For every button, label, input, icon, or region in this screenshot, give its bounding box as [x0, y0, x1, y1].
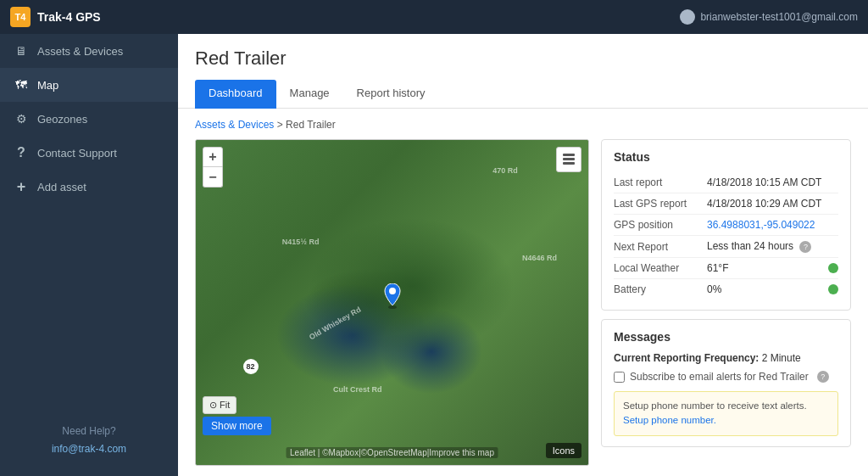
svg-point-1	[389, 288, 396, 294]
layers-icon	[561, 152, 576, 167]
content-body: Assets & Devices > Red Trailer 470 Rd N4…	[178, 109, 868, 476]
battery-label: Battery	[614, 283, 707, 295]
road-82-marker: 82	[243, 359, 259, 374]
app-logo: T4 Trak-4 GPS	[10, 7, 101, 27]
page-title: Red Trailer	[195, 48, 851, 70]
status-card: Status Last report 4/18/2018 10:15 AM CD…	[601, 139, 851, 311]
user-email: brianwebster-test1001@gmail.com	[700, 11, 858, 23]
sidebar-item-map-label: Map	[37, 79, 58, 92]
breadcrumb-separator: >	[277, 119, 286, 131]
help-email-link[interactable]: info@trak-4.com	[52, 443, 126, 455]
breadcrumb: Assets & Devices > Red Trailer	[195, 119, 851, 131]
last-report-value: 4/18/2018 10:15 AM CDT	[707, 176, 838, 188]
two-col-layout: 470 Rd N415½ Rd Old Whiskey Rd Cult Cres…	[195, 139, 851, 466]
svg-rect-2	[563, 154, 575, 156]
sidebar-item-support-label: Contact Support	[37, 147, 117, 160]
gps-position-value[interactable]: 36.4988031,-95.049022	[707, 219, 838, 231]
tab-dashboard[interactable]: Dashboard	[195, 80, 276, 109]
sidebar-item-assets[interactable]: 🖥 Assets & Devices	[0, 34, 178, 68]
subscribe-label: Subscribe to email alerts for Red Traile…	[630, 371, 809, 383]
status-row-gps-position: GPS position 36.4988031,-95.049022	[614, 215, 838, 236]
assets-icon: 🖥	[14, 43, 29, 59]
road-label-470: 470 Rd	[492, 166, 518, 175]
road-label-main: N415½ Rd	[282, 238, 320, 246]
breadcrumb-link[interactable]: Assets & Devices	[195, 119, 274, 131]
reporting-freq-value: 2 Minute	[762, 352, 801, 364]
sidebar-item-geozones[interactable]: ⚙ Geozones	[0, 102, 178, 136]
logo-icon: T4	[10, 7, 31, 27]
sidebar-item-add-asset[interactable]: + Add asset	[0, 170, 178, 204]
map-container[interactable]: 470 Rd N415½ Rd Old Whiskey Rd Cult Cres…	[195, 139, 589, 466]
sidebar: 🖥 Assets & Devices 🗺 Map ⚙ Geozones ? Co…	[0, 34, 178, 476]
tab-bar: Dashboard Manage Report history	[195, 80, 851, 108]
subscribe-row: Subscribe to email alerts for Red Traile…	[614, 371, 838, 383]
map-icon: 🗺	[14, 77, 29, 92]
map-fit-button[interactable]: ⊙ Fit	[203, 396, 236, 414]
geozones-icon: ⚙	[14, 111, 29, 126]
sidebar-item-assets-label: Assets & Devices	[37, 45, 123, 58]
map-zoom-controls: + −	[203, 147, 223, 188]
sidebar-item-add-label: Add asset	[37, 181, 86, 193]
content-header: Red Trailer Dashboard Manage Report hist…	[178, 34, 868, 109]
map-show-more-button[interactable]: Show more	[203, 417, 271, 435]
content-area: Red Trailer Dashboard Manage Report hist…	[178, 34, 868, 476]
status-row-last-report: Last report 4/18/2018 10:15 AM CDT	[614, 172, 838, 193]
breadcrumb-current: Red Trailer	[286, 119, 336, 131]
alert-box: Setup phone number to receive text alert…	[614, 391, 838, 436]
alert-text: Setup phone number to receive text alert…	[623, 400, 807, 411]
sidebar-nav: 🖥 Assets & Devices 🗺 Map ⚙ Geozones ? Co…	[0, 34, 178, 406]
weather-value: 61°F	[707, 262, 828, 274]
status-row-weather: Local Weather 61°F	[614, 258, 838, 279]
road-label-cult: Cult Crest Rd	[333, 385, 382, 394]
battery-indicator	[828, 284, 838, 294]
weather-label: Local Weather	[614, 262, 707, 274]
status-title: Status	[614, 150, 838, 164]
messages-card: Messages Current Reporting Frequency: 2 …	[601, 319, 851, 447]
sidebar-item-map[interactable]: 🗺 Map	[0, 68, 178, 102]
battery-value: 0%	[707, 283, 828, 295]
alert-link[interactable]: Setup phone number.	[623, 415, 716, 425]
svg-rect-3	[563, 158, 575, 160]
gps-position-label: GPS position	[614, 219, 707, 231]
next-report-value: Less than 24 hours ?	[707, 240, 838, 253]
last-gps-value: 4/18/2018 10:29 AM CDT	[707, 198, 838, 210]
tab-report-history[interactable]: Report history	[343, 80, 439, 109]
reporting-freq-label: Current Reporting Frequency:	[614, 352, 759, 364]
sidebar-item-support[interactable]: ? Contact Support	[0, 136, 178, 170]
add-icon: +	[14, 179, 29, 194]
reporting-frequency: Current Reporting Frequency: 2 Minute	[614, 352, 838, 364]
road-label-nagas: N4646 Rd	[522, 254, 557, 262]
help-label: Need Help?	[14, 423, 164, 441]
status-row-next-report: Next Report Less than 24 hours ?	[614, 236, 838, 258]
map-icons-button[interactable]: Icons	[546, 443, 581, 458]
map-layer-button[interactable]	[556, 147, 581, 172]
zoom-in-button[interactable]: +	[203, 147, 223, 167]
zoom-out-button[interactable]: −	[203, 167, 223, 188]
status-row-last-gps: Last GPS report 4/18/2018 10:29 AM CDT	[614, 193, 838, 215]
sidebar-item-geozones-label: Geozones	[37, 113, 87, 126]
next-report-help-icon[interactable]: ?	[799, 241, 811, 253]
next-report-label: Next Report	[614, 241, 707, 253]
last-gps-label: Last GPS report	[614, 198, 707, 210]
user-info: brianwebster-test1001@gmail.com	[680, 9, 858, 25]
map-attribution: Leaflet | ©Mapbox|©OpenStreetMap|Improve…	[286, 447, 498, 458]
app-title: Trak-4 GPS	[37, 10, 101, 24]
support-icon: ?	[14, 145, 29, 160]
subscribe-checkbox[interactable]	[614, 372, 625, 383]
map-pin	[382, 283, 403, 309]
weather-indicator	[828, 263, 838, 273]
svg-rect-4	[563, 162, 575, 165]
topbar: T4 Trak-4 GPS brianwebster-test1001@gmai…	[0, 0, 868, 34]
sidebar-footer: Need Help? info@trak-4.com	[0, 406, 178, 476]
last-report-label: Last report	[614, 176, 707, 188]
status-row-battery: Battery 0%	[614, 279, 838, 300]
right-panel: Status Last report 4/18/2018 10:15 AM CD…	[601, 139, 851, 466]
subscribe-help-icon[interactable]: ?	[817, 371, 829, 383]
user-avatar-icon	[680, 9, 695, 25]
messages-title: Messages	[614, 330, 838, 344]
main-layout: 🖥 Assets & Devices 🗺 Map ⚙ Geozones ? Co…	[0, 34, 868, 476]
tab-manage[interactable]: Manage	[276, 80, 343, 109]
